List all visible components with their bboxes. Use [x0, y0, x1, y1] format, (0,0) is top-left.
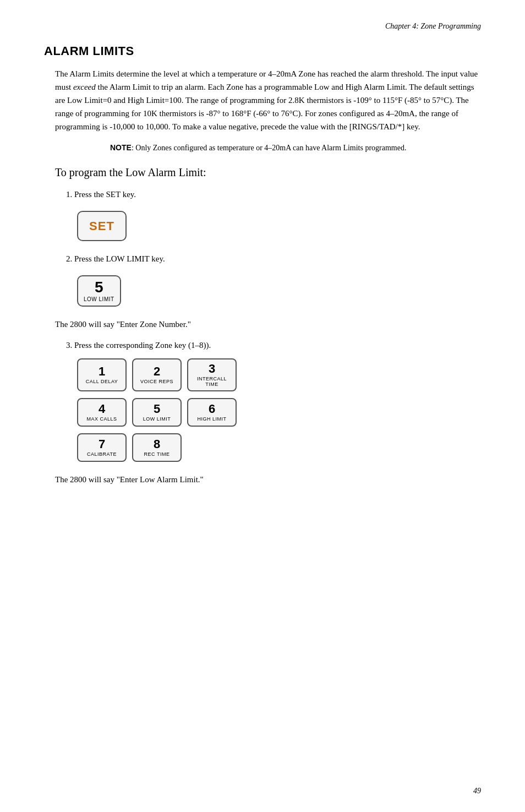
body-text-rest: the Alarm Limit to trip an alarm. Each Z… — [55, 83, 474, 131]
program-lead: To program the Low Alarm Limit: — [55, 165, 481, 180]
note-text: : Only Zones configured as temperature o… — [132, 144, 407, 152]
key-2[interactable]: 2 VOICE REPS — [132, 358, 182, 391]
low-limit-key-button[interactable]: 5 LOW LIMIT — [77, 275, 121, 307]
set-key-button[interactable]: SET — [77, 211, 127, 241]
note-block: NOTE: Only Zones configured as temperatu… — [110, 142, 481, 154]
page-number: 49 — [473, 787, 481, 795]
low-limit-key-label: LOW LIMIT — [84, 296, 114, 302]
step-2-label: 2. Press the LOW LIMIT key. — [66, 252, 481, 265]
key-5[interactable]: 5 LOW LIMIT — [132, 398, 182, 427]
key-2-label: VOICE REPS — [140, 379, 173, 384]
key-7-number: 7 — [99, 438, 105, 450]
set-key-text: SET — [89, 219, 114, 233]
key-5-label: LOW LIMIT — [143, 416, 171, 422]
key-5-number: 5 — [154, 403, 160, 415]
page: Chapter 4: Zone Programming ALARM LIMITS… — [0, 0, 525, 812]
conclusion-text: The 2800 will say "Enter Low Alarm Limit… — [55, 473, 481, 486]
key-4[interactable]: 4 MAX CALLS — [77, 398, 127, 427]
keypad-grid-row1: 1 CALL DELAY 2 VOICE REPS 3 INTERCALL TI… — [77, 358, 481, 391]
keypad-grid-row2: 4 MAX CALLS 5 LOW LIMIT 6 HIGH LIMIT — [77, 398, 481, 427]
keypad-grid-row3: 7 CALIBRATE 8 REC TIME — [77, 433, 481, 462]
key-3[interactable]: 3 INTERCALL TIME — [187, 358, 237, 391]
key-1-number: 1 — [99, 366, 105, 378]
key-7-label: CALIBRATE — [87, 451, 117, 457]
section-title: ALARM LIMITS — [44, 44, 481, 58]
info-text-1: The 2800 will say "Enter Zone Number." — [55, 318, 481, 331]
note-label: NOTE — [110, 144, 132, 152]
key-4-number: 4 — [99, 403, 105, 415]
intro-paragraph: The Alarm Limits determine the level at … — [55, 67, 481, 133]
key-2-number: 2 — [154, 366, 160, 378]
key-3-number: 3 — [209, 363, 215, 375]
body-text-em: exceed — [73, 83, 96, 91]
key-8-number: 8 — [154, 438, 160, 450]
key-1[interactable]: 1 CALL DELAY — [77, 358, 127, 391]
low-limit-number: 5 — [95, 280, 103, 295]
key-7[interactable]: 7 CALIBRATE — [77, 433, 127, 462]
key-6-label: HIGH LIMIT — [197, 416, 226, 422]
chapter-header: Chapter 4: Zone Programming — [44, 22, 481, 31]
key-8-label: REC TIME — [144, 451, 170, 457]
key-6[interactable]: 6 HIGH LIMIT — [187, 398, 237, 427]
step-1-label: 1. Press the SET key. — [66, 188, 481, 201]
key-6-number: 6 — [209, 403, 215, 415]
key-3-label: INTERCALL TIME — [190, 376, 233, 387]
key-1-label: CALL DELAY — [86, 379, 118, 384]
step-3-label: 3. Press the corresponding Zone key (1–8… — [66, 339, 481, 352]
key-4-label: MAX CALLS — [86, 416, 117, 422]
key-8[interactable]: 8 REC TIME — [132, 433, 182, 462]
